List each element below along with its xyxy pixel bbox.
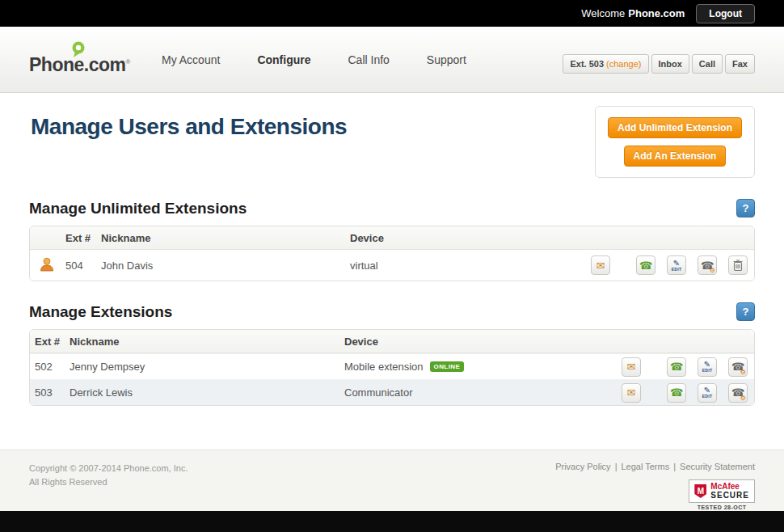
call-icon[interactable]: ☎ xyxy=(636,255,655,275)
nav-support[interactable]: Support xyxy=(427,53,466,66)
row-device: Communicator xyxy=(343,386,622,399)
phonecom-logo[interactable]: Phone.com® xyxy=(29,54,133,76)
call-icon[interactable]: ☎ xyxy=(667,383,686,403)
extensions-section-title: Manage Extensions xyxy=(29,303,172,321)
row-nickname: Jenny Dempsey xyxy=(68,361,343,373)
call-button[interactable]: Call xyxy=(692,54,723,74)
voicemail-icon[interactable]: ✉ xyxy=(591,255,610,275)
user-avatar-icon xyxy=(39,256,55,275)
legal-terms-link[interactable]: Legal Terms xyxy=(621,462,669,471)
row-device: Mobile extensionONLINE xyxy=(343,361,622,373)
table-row: 504 John Davis virtual ✉ ☎ ✎EDIT ☎⚙ xyxy=(30,250,754,281)
security-statement-link[interactable]: Security Statement xyxy=(680,462,755,471)
phone-settings-icon[interactable]: ☎⚙ xyxy=(728,383,748,403)
copyright: Copyright © 2007-2014 Phone.com, Inc. Al… xyxy=(29,462,188,511)
row-nickname: John Davis xyxy=(99,260,348,272)
row-ext: 502 xyxy=(30,361,68,373)
row-nickname: Derrick Lewis xyxy=(68,386,343,399)
add-unlimited-extension-button[interactable]: Add Unlimited Extension xyxy=(608,117,742,138)
inbox-button[interactable]: Inbox xyxy=(651,54,689,74)
footer: Copyright © 2007-2014 Phone.com, Inc. Al… xyxy=(0,450,784,511)
add-an-extension-button[interactable]: Add An Extension xyxy=(624,146,727,167)
header: Phone.com® My Account Configure Call Inf… xyxy=(0,27,784,93)
table-row: 503 Derrick Lewis Communicator ✉ ☎ ✎EDIT… xyxy=(30,379,754,405)
welcome-brand: Phone.com xyxy=(628,7,685,19)
copyright-line2: All Rights Reserved xyxy=(29,475,188,489)
voicemail-icon[interactable]: ✉ xyxy=(622,383,641,403)
voicemail-icon[interactable]: ✉ xyxy=(622,357,641,377)
add-extension-panel: Add Unlimited Extension Add An Extension xyxy=(595,106,755,178)
welcome-prefix: Welcome xyxy=(581,7,625,19)
row-ext: 504 xyxy=(64,260,99,272)
delete-icon[interactable] xyxy=(728,255,748,275)
online-status-badge: ONLINE xyxy=(430,361,465,372)
col-nickname: Nickname xyxy=(99,232,348,244)
logout-button[interactable]: Logout xyxy=(696,4,755,23)
col-ext: Ext # xyxy=(64,232,99,244)
footer-links: Privacy Policy|Legal Terms|Security Stat… xyxy=(555,462,755,471)
edit-icon[interactable]: ✎EDIT xyxy=(698,357,717,377)
privacy-policy-link[interactable]: Privacy Policy xyxy=(555,462,610,471)
mcafee-shield-icon: M xyxy=(694,484,706,498)
col-nickname: Nickname xyxy=(68,336,343,348)
table-header-row: Ext # Nickname Device xyxy=(30,330,754,353)
unlimited-section-title: Manage Unlimited Extensions xyxy=(29,200,247,217)
welcome-text: WelcomePhone.com xyxy=(581,7,685,19)
main-nav: My Account Configure Call Info Support xyxy=(162,53,466,66)
change-extension-link[interactable]: (change) xyxy=(606,59,641,69)
row-ext: 503 xyxy=(30,386,68,399)
nav-call-info[interactable]: Call Info xyxy=(348,53,389,66)
col-device: Device xyxy=(343,336,751,348)
extensions-help-button[interactable]: ? xyxy=(736,302,755,321)
edit-icon[interactable]: ✎EDIT xyxy=(667,255,686,275)
extensions-table: Ext # Nickname Device 502 Jenny Dempsey … xyxy=(29,329,755,406)
edit-icon[interactable]: ✎EDIT xyxy=(698,383,717,403)
logo-suffix: .com xyxy=(84,54,126,75)
call-icon[interactable]: ☎ xyxy=(667,357,686,377)
phone-settings-icon[interactable]: ☎⚙ xyxy=(728,357,748,377)
row-device: virtual xyxy=(348,260,591,272)
logo-pin-icon xyxy=(71,40,86,62)
unlimited-extensions-table: Ext # Nickname Device 504 John Davis vir… xyxy=(29,226,755,281)
mcafee-secure-badge[interactable]: M McAfee SECURE TESTED 28-OCT xyxy=(689,479,755,510)
logo-registered-mark: ® xyxy=(125,58,129,65)
mcafee-tested-date: TESTED 28-OCT xyxy=(689,505,755,510)
fax-button[interactable]: Fax xyxy=(725,54,755,74)
table-row: 502 Jenny Dempsey Mobile extensionONLINE… xyxy=(30,353,754,379)
phone-settings-icon[interactable]: ☎⚙ xyxy=(698,255,717,275)
page-title: Manage Users and Extensions xyxy=(31,114,347,140)
nav-configure[interactable]: Configure xyxy=(257,53,310,66)
unlimited-help-button[interactable]: ? xyxy=(736,199,755,217)
top-bar: WelcomePhone.com Logout xyxy=(0,0,784,27)
header-controls: Ext. 503 (change) Inbox Call Fax xyxy=(563,54,755,74)
col-device: Device xyxy=(348,232,751,244)
col-ext: Ext # xyxy=(30,336,68,348)
table-header-row: Ext # Nickname Device xyxy=(30,226,754,250)
extension-label: Ext. 503 xyxy=(570,59,604,69)
copyright-line1: Copyright © 2007-2014 Phone.com, Inc. xyxy=(29,462,188,475)
bottom-bar xyxy=(0,511,784,532)
nav-my-account[interactable]: My Account xyxy=(162,53,220,66)
extension-selector[interactable]: Ext. 503 (change) xyxy=(563,54,648,74)
main-content: Manage Users and Extensions Add Unlimite… xyxy=(0,93,784,450)
